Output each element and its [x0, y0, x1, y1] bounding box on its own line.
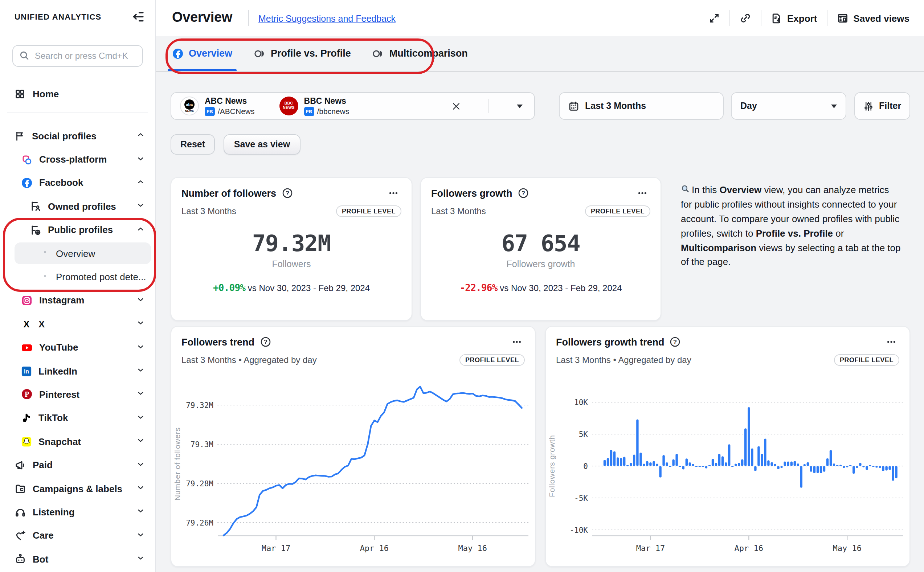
- facebook-network-badge: FB: [304, 106, 314, 116]
- tab-profile-vs-profile[interactable]: Profile vs. Profile: [254, 36, 351, 71]
- sidebar-item-youtube[interactable]: YouTube: [0, 336, 155, 359]
- info-text-segment: Multicomparison: [681, 242, 756, 253]
- kpi-value-label: Followers: [171, 259, 412, 269]
- granularity-select[interactable]: Day: [731, 92, 846, 120]
- sidebar-item-listening[interactable]: Listening: [0, 500, 155, 524]
- sidebar-item-label: Care: [33, 530, 54, 541]
- help-icon[interactable]: ?: [517, 187, 529, 199]
- copy-link-button[interactable]: [739, 12, 751, 24]
- svg-text:?: ?: [673, 339, 677, 345]
- svg-text:79.28M: 79.28M: [186, 479, 213, 488]
- kpi-delta-row: -22.96% vs Nov 30, 2023 - Feb 29, 2024: [421, 282, 660, 293]
- sidebar-item-facebook[interactable]: Facebook: [0, 171, 155, 195]
- folder-icon: [14, 483, 26, 494]
- sidebar-item-label: Facebook: [39, 177, 83, 188]
- metric-suggestions-link[interactable]: Metric Suggestions and Feedback: [258, 14, 396, 24]
- sidebar-item-cross-platform[interactable]: Cross-platform: [0, 148, 155, 171]
- kpi-delta-row: +0.09% vs Nov 30, 2023 - Feb 29, 2024: [171, 282, 412, 293]
- chevron-down-icon: [137, 532, 146, 540]
- reset-button[interactable]: Reset: [171, 134, 215, 155]
- sidebar-item-label: Listening: [33, 507, 75, 518]
- profile-level-badge: PROFILE LEVEL: [834, 354, 899, 366]
- card-title: Number of followers: [182, 188, 276, 199]
- profile-level-badge: PROFILE LEVEL: [585, 205, 651, 217]
- search-input[interactable]: [12, 45, 143, 67]
- sidebar-item-label: Instagram: [39, 295, 84, 306]
- sidebar-search: [12, 45, 143, 67]
- instagram-icon: [21, 295, 33, 306]
- chevron-down-icon: [137, 343, 146, 352]
- content-divider: [155, 71, 924, 72]
- sidebar-item-home[interactable]: Home: [0, 82, 155, 105]
- view-tabs: OverviewProfile vs. ProfileMulticomparis…: [172, 36, 468, 71]
- sidebar-item-x[interactable]: XX: [0, 312, 155, 336]
- clear-profiles-button[interactable]: [449, 98, 464, 113]
- expand-button[interactable]: [708, 12, 720, 24]
- sidebar-item-overview[interactable]: Overview: [0, 242, 155, 265]
- chart-card-followers-growth-trend: Followers growth trend?Last 3 Months • A…: [545, 326, 910, 567]
- tab-overview[interactable]: Overview: [172, 36, 232, 71]
- svg-text:May 16: May 16: [832, 544, 861, 553]
- card-menu-button[interactable]: [884, 335, 899, 348]
- sidebar-item-label: Social profiles: [32, 130, 96, 141]
- saved-views-button[interactable]: Saved views: [837, 12, 910, 24]
- svg-text:Apr 16: Apr 16: [360, 544, 389, 553]
- sidebar-collapse-button[interactable]: [130, 9, 145, 24]
- page-header: Overview Metric Suggestions and Feedback…: [155, 0, 924, 36]
- help-icon[interactable]: ?: [281, 187, 293, 199]
- chevron-up-icon: [137, 226, 146, 235]
- sidebar-item-care[interactable]: Care: [0, 524, 155, 547]
- card-menu-button[interactable]: [385, 187, 401, 200]
- save-as-view-button[interactable]: Save as view: [224, 134, 301, 155]
- profile-chip-abc-news[interactable]: abcNEWSABC NewsFB/ABCNews: [180, 96, 255, 116]
- chevron-down-icon: [137, 437, 146, 446]
- profile-selector[interactable]: abcNEWSABC NewsFB/ABCNewsBBCNEWSBBC News…: [171, 92, 535, 120]
- card-menu-button[interactable]: [509, 335, 525, 348]
- date-range-button[interactable]: Last 3 Months: [559, 92, 724, 120]
- profile-dropdown-caret[interactable]: [517, 104, 523, 108]
- saved-views-icon: [837, 12, 848, 24]
- sidebar-item-label: TikTok: [39, 413, 68, 424]
- youtube-icon: [21, 342, 33, 353]
- sidebar-item-snapchat[interactable]: Snapchat: [0, 430, 155, 453]
- sidebar-item-bot[interactable]: Bot: [0, 547, 155, 571]
- sidebar-item-campaigns-labels[interactable]: Campaigns & labels: [0, 477, 155, 500]
- help-icon[interactable]: ?: [669, 336, 681, 348]
- magnifier-icon: [681, 184, 690, 194]
- sidebar-item-tiktok[interactable]: TikTok: [0, 406, 155, 430]
- svg-text:May 16: May 16: [458, 544, 487, 553]
- export-button[interactable]: Export: [770, 12, 817, 24]
- svg-text:Mar 17: Mar 17: [636, 544, 665, 553]
- active-tab-underline: [168, 68, 237, 71]
- sidebar-item-social-profiles[interactable]: Social profiles: [0, 124, 155, 148]
- profile-handle: /ABCNews: [218, 107, 255, 115]
- svg-text:Number of followers: Number of followers: [173, 427, 182, 500]
- tab-multicomparison[interactable]: Multicomparison: [373, 36, 468, 71]
- date-range-label: Last 3 Months: [585, 101, 646, 111]
- sidebar-item-promoted-post-dete[interactable]: Promoted post dete...: [0, 265, 155, 289]
- svg-text:Followers growth: Followers growth: [548, 435, 556, 497]
- profile-chip-bbc-news[interactable]: BBCNEWSBBC NewsFB/bbcnews: [280, 96, 349, 116]
- card-title: Followers growth trend: [556, 336, 665, 347]
- svg-text:P: P: [25, 390, 29, 398]
- sidebar-item-pinterest[interactable]: PPinterest: [0, 383, 155, 407]
- svg-text:10K: 10K: [574, 398, 588, 407]
- help-icon[interactable]: ?: [259, 336, 271, 348]
- chevron-down-icon: [137, 367, 146, 375]
- sidebar-item-owned-profiles[interactable]: Owned profiles: [0, 194, 155, 218]
- sidebar-item-linkedin[interactable]: inLinkedIn: [0, 359, 155, 383]
- chevron-up-icon: [137, 131, 146, 140]
- linkedin-icon: in: [21, 365, 32, 376]
- sidebar-item-public-profiles[interactable]: Public profiles: [0, 218, 155, 242]
- sidebar-item-instagram[interactable]: Instagram: [0, 289, 155, 312]
- header-separator: [248, 10, 249, 26]
- x-logo-icon: X: [21, 319, 32, 330]
- filter-label: Filter: [879, 101, 901, 111]
- svg-text:79.32M: 79.32M: [186, 401, 213, 410]
- page-title: Overview: [172, 9, 232, 25]
- facebook-icon: [172, 48, 184, 59]
- sidebar-item-paid[interactable]: Paid: [0, 453, 155, 477]
- info-text-segment: Overview: [720, 184, 762, 195]
- card-menu-button[interactable]: [634, 187, 651, 200]
- filter-button[interactable]: Filter: [854, 92, 910, 120]
